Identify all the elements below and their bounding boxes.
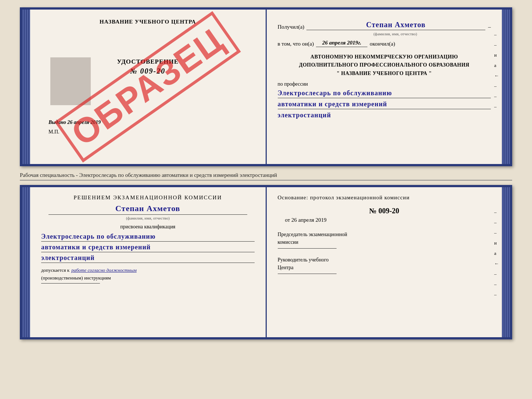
rukovoditel-label: Руководитель учебного [278,256,491,264]
cert-issued: Выдано 26 апреля 2019 [48,120,255,125]
dopuskaetsya-italic2: (производственным) инструкциям [41,275,111,281]
bottom-left-page: Решением экзаменационной комиссии Степан… [30,187,267,337]
qual-line1: Электрослесарь по обслуживанию [41,233,255,242]
profession-line1-top: Электрослесарь по обслуживанию [278,89,491,98]
spine-left [22,10,30,164]
vtom-date: 26 апреля 2019г. [316,40,367,47]
top-right-page: Получил(а) Степан Ахметов – (фамилия, им… [267,10,502,164]
spine-right [502,10,510,164]
chairman-label: Председатель экзаменационной [278,231,491,238]
decision-name: Степан Ахметов [48,204,247,215]
profession-line3-top: электростанций [278,111,491,120]
photo-placeholder [50,57,91,105]
qual-line2: автоматики и средств измерений [41,243,255,252]
org-line1: АВТОНОМНУЮ НЕКОММЕРЧЕСКУЮ ОРГАНИЗАЦИЮ [278,53,491,61]
qual-line3: электростанций [41,254,255,263]
received-label: Получил(а) [278,24,305,30]
dopuskaetsya-label: допускается к [41,267,69,273]
rukovoditel-sign-line [278,274,337,274]
top-left-page: НАЗВАНИЕ УЧЕБНОГО ЦЕНТРА УДОСТОВЕРЕНИЕ №… [30,10,267,164]
bottom-document: Решением экзаменационной комиссии Степан… [20,185,512,339]
cert-issued-date: 26 апреля 2019 [67,120,101,125]
bottom-left-sign-line [41,283,100,284]
work-line: (производственным) инструкциям [41,275,255,281]
rukovoditel-label2: Центра [278,264,491,271]
dopuskaetsya-block: допускается к работе согласно должностны… [41,267,255,273]
chairman-label2: комиссии [278,238,491,246]
ot-date: от 26 апреля 2019 [278,217,491,223]
vtom-end: окончил(а) [370,41,395,47]
vtom-label: в том, что он(а) [278,41,314,47]
decision-title: Решением экзаменационной комиссии [41,195,255,201]
dopuskaetsya-italic1: работе согласно должностным [71,267,137,273]
profession-line2-top: автоматики и средств измерений [278,100,491,109]
prisvoena-label: присвоена квалификация [41,224,255,230]
org-block: АВТОНОМНУЮ НЕКОММЕРЧЕСКУЮ ОРГАНИЗАЦИЮ ДО… [278,53,491,78]
top-document: НАЗВАНИЕ УЧЕБНОГО ЦЕНТРА УДОСТОВЕРЕНИЕ №… [20,7,512,166]
decision-fio: (фамилия, имя, отчество) [41,216,255,220]
mp-text: М.П. [48,129,255,135]
side-marks-bottom: – – – и а ← – – – [494,209,499,298]
received-line: Получил(а) Степан Ахметов – [278,21,491,30]
chairman-block: Председатель экзаменационной комиссии [278,231,491,246]
profession-label: по профессии [278,81,491,87]
protocol-num: № 009-20 [278,207,491,215]
spine-bottom-left [22,187,30,337]
bottom-right-page: Основание: протокол экзаменационной коми… [267,187,502,337]
chairman-sign-line [278,248,337,249]
osnovaniye: Основание: протокол экзаменационной коми… [278,195,491,201]
rukovoditel-block: Руководитель учебного Центра [278,256,491,271]
side-marks-top: – – и а ← – – – [494,32,499,110]
spine-bottom-right [502,187,510,337]
fio-sublabel-top: (фамилия, имя, отчество) [300,32,491,36]
org-line2: ДОПОЛНИТЕЛЬНОГО ПРОФЕССИОНАЛЬНОГО ОБРАЗО… [278,61,491,69]
org-line3: " НАЗВАНИЕ УЧЕБНОГО ЦЕНТРА " [278,70,491,78]
cert-issued-label: Выдано [48,120,66,125]
vtom-line: в том, что он(а) 26 апреля 2019г. окончи… [278,40,491,47]
recipient-name: Степан Ахметов [306,21,485,30]
school-name-top: НАЗВАНИЕ УЧЕБНОГО ЦЕНТРА [41,19,255,25]
middle-text: Рабочая специальность - Электрослесарь п… [20,171,512,181]
